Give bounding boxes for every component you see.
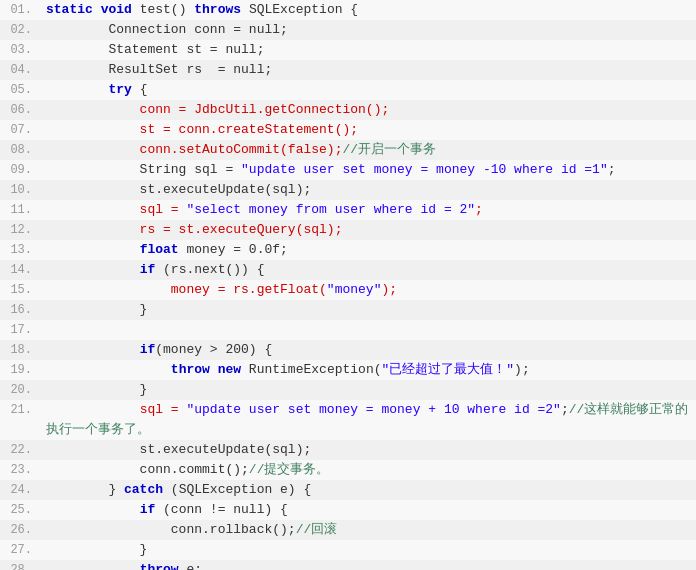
line-number: 16. <box>0 300 40 320</box>
code-line: 16. } <box>0 300 696 320</box>
line-content: sql = "update user set money = money + 1… <box>40 400 696 440</box>
line-content: if (conn != null) { <box>40 500 696 520</box>
code-line: 22. st.executeUpdate(sql); <box>0 440 696 460</box>
line-number: 25. <box>0 500 40 520</box>
line-number: 12. <box>0 220 40 240</box>
code-line: 15. money = rs.getFloat("money"); <box>0 280 696 300</box>
line-number: 17. <box>0 320 40 340</box>
line-content: String sql = "update user set money = mo… <box>40 160 696 180</box>
code-line: 27. } <box>0 540 696 560</box>
line-number: 23. <box>0 460 40 480</box>
code-line: 21. sql = "update user set money = money… <box>0 400 696 440</box>
code-editor: 01.static void test() throws SQLExceptio… <box>0 0 696 570</box>
line-number: 09. <box>0 160 40 180</box>
line-number: 26. <box>0 520 40 540</box>
line-content: sql = "select money from user where id =… <box>40 200 696 220</box>
code-line: 14. if (rs.next()) { <box>0 260 696 280</box>
line-number: 11. <box>0 200 40 220</box>
code-line: 13. float money = 0.0f; <box>0 240 696 260</box>
line-content: static void test() throws SQLException { <box>40 0 696 20</box>
line-content: conn.setAutoCommit(false);//开启一个事务 <box>40 140 696 160</box>
line-content: try { <box>40 80 696 100</box>
line-content: if (rs.next()) { <box>40 260 696 280</box>
code-line: 02. Connection conn = null; <box>0 20 696 40</box>
code-line: 12. rs = st.executeQuery(sql); <box>0 220 696 240</box>
line-number: 06. <box>0 100 40 120</box>
line-number: 07. <box>0 120 40 140</box>
code-line: 07. st = conn.createStatement(); <box>0 120 696 140</box>
line-number: 02. <box>0 20 40 40</box>
line-number: 18. <box>0 340 40 360</box>
code-line: 09. String sql = "update user set money … <box>0 160 696 180</box>
line-number: 14. <box>0 260 40 280</box>
code-line: 17. <box>0 320 696 340</box>
code-line: 28. throw e; <box>0 560 696 570</box>
code-line: 24. } catch (SQLException e) { <box>0 480 696 500</box>
line-content: conn = JdbcUtil.getConnection(); <box>40 100 696 120</box>
code-line: 03. Statement st = null; <box>0 40 696 60</box>
line-number: 21. <box>0 400 40 420</box>
line-number: 05. <box>0 80 40 100</box>
line-number: 27. <box>0 540 40 560</box>
line-number: 04. <box>0 60 40 80</box>
line-content: if(money > 200) { <box>40 340 696 360</box>
line-number: 10. <box>0 180 40 200</box>
line-content: Connection conn = null; <box>40 20 696 40</box>
line-number: 24. <box>0 480 40 500</box>
line-content: Statement st = null; <box>40 40 696 60</box>
line-number: 19. <box>0 360 40 380</box>
line-content: st = conn.createStatement(); <box>40 120 696 140</box>
line-content: conn.rollback();//回滚 <box>40 520 696 540</box>
line-content: conn.commit();//提交事务。 <box>40 460 696 480</box>
line-content: ResultSet rs = null; <box>40 60 696 80</box>
code-line: 10. st.executeUpdate(sql); <box>0 180 696 200</box>
line-content: } <box>40 380 696 400</box>
code-line: 11. sql = "select money from user where … <box>0 200 696 220</box>
line-number: 08. <box>0 140 40 160</box>
line-content: throw new RuntimeException("已经超过了最大值！"); <box>40 360 696 380</box>
line-content: } catch (SQLException e) { <box>40 480 696 500</box>
line-content: float money = 0.0f; <box>40 240 696 260</box>
line-content: } <box>40 300 696 320</box>
line-number: 13. <box>0 240 40 260</box>
code-line: 01.static void test() throws SQLExceptio… <box>0 0 696 20</box>
line-content: rs = st.executeQuery(sql); <box>40 220 696 240</box>
code-line: 26. conn.rollback();//回滚 <box>0 520 696 540</box>
line-content: st.executeUpdate(sql); <box>40 440 696 460</box>
code-line: 08. conn.setAutoCommit(false);//开启一个事务 <box>0 140 696 160</box>
code-line: 05. try { <box>0 80 696 100</box>
code-line: 23. conn.commit();//提交事务。 <box>0 460 696 480</box>
code-line: 19. throw new RuntimeException("已经超过了最大值… <box>0 360 696 380</box>
line-number: 15. <box>0 280 40 300</box>
line-number: 03. <box>0 40 40 60</box>
line-number: 28. <box>0 560 40 570</box>
line-number: 22. <box>0 440 40 460</box>
code-line: 20. } <box>0 380 696 400</box>
line-content: money = rs.getFloat("money"); <box>40 280 696 300</box>
code-line: 18. if(money > 200) { <box>0 340 696 360</box>
line-number: 20. <box>0 380 40 400</box>
line-content: } <box>40 540 696 560</box>
code-line: 04. ResultSet rs = null; <box>0 60 696 80</box>
line-content: st.executeUpdate(sql); <box>40 180 696 200</box>
line-number: 01. <box>0 0 40 20</box>
code-line: 06. conn = JdbcUtil.getConnection(); <box>0 100 696 120</box>
code-line: 25. if (conn != null) { <box>0 500 696 520</box>
line-content: throw e; <box>40 560 696 570</box>
